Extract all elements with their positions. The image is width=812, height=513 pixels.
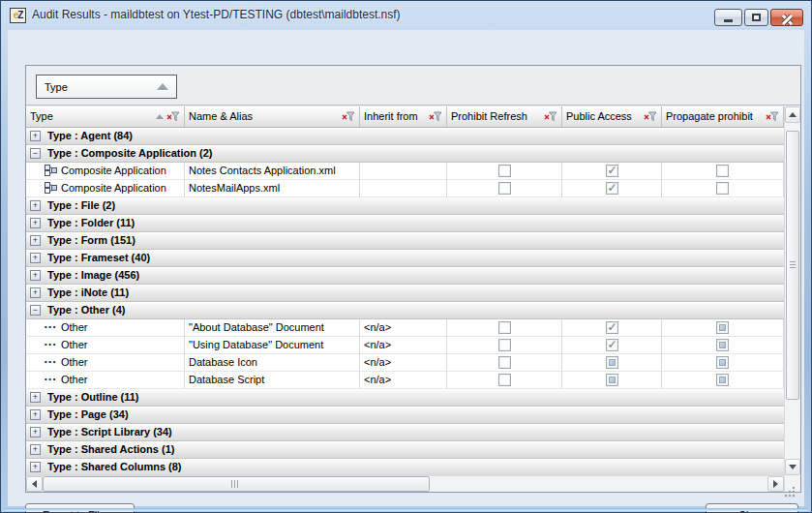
cell-type: Other <box>26 354 185 372</box>
close-button[interactable]: Close <box>706 503 798 513</box>
prohibit-refresh-checkbox[interactable] <box>498 374 511 386</box>
filter-icon[interactable] <box>429 111 442 122</box>
expand-icon[interactable]: + <box>30 218 41 228</box>
scroll-right-button[interactable] <box>767 476 784 492</box>
filter-icon[interactable] <box>166 111 180 122</box>
cell-public-access <box>562 180 662 197</box>
dialog-client-area: Type Type Name & Alias <box>8 30 804 506</box>
group-row-outline[interactable]: +Type : Outline (11) <box>26 389 784 407</box>
app-icon[interactable]: eZ <box>10 8 26 23</box>
prohibit-refresh-checkbox[interactable] <box>498 339 511 351</box>
column-header-prohibit-refresh[interactable]: Prohibit Refresh <box>447 106 562 127</box>
window-title: Audit Results - maildbtest on Ytest-PD/T… <box>32 1 401 30</box>
horizontal-scrollbar-thumb[interactable] <box>43 476 430 492</box>
collapse-icon[interactable]: − <box>30 305 41 316</box>
group-row-page[interactable]: +Type : Page (34) <box>26 407 784 424</box>
prohibit-refresh-checkbox[interactable] <box>498 356 511 369</box>
public-access-checkbox[interactable] <box>606 182 618 195</box>
composite-application-icon <box>44 165 57 177</box>
close-window-button[interactable] <box>770 9 803 26</box>
column-header-label: Public Access <box>566 110 632 122</box>
group-row-inote[interactable]: +Type : iNote (11) <box>26 285 784 302</box>
public-access-checkbox[interactable] <box>606 339 618 351</box>
filter-icon[interactable] <box>544 111 557 122</box>
group-row-agent[interactable]: +Type : Agent (84) <box>26 128 784 145</box>
expand-icon[interactable]: + <box>30 235 41 246</box>
propagate-prohibit-checkbox[interactable] <box>716 321 729 334</box>
filter-icon[interactable] <box>766 111 779 122</box>
export-button-label: xport to File ... <box>49 509 117 513</box>
scroll-up-button[interactable] <box>785 106 800 123</box>
group-label: Type : Form (151) <box>47 234 135 246</box>
expand-icon[interactable]: + <box>30 392 41 403</box>
table-row[interactable]: Composite Application NotesMailApps.xml <box>26 180 784 197</box>
table-row[interactable]: Other "About Database" Document <n/a> <box>26 319 784 337</box>
expand-icon[interactable]: + <box>30 287 41 298</box>
group-row-shared-actions[interactable]: +Type : Shared Actions (1) <box>26 441 784 459</box>
scroll-down-button[interactable] <box>785 459 800 475</box>
export-to-file-button[interactable]: Export to File ... <box>25 503 135 513</box>
prohibit-refresh-checkbox[interactable] <box>498 182 511 195</box>
collapse-icon[interactable]: − <box>30 148 41 159</box>
group-row-shared-columns[interactable]: +Type : Shared Columns (8) <box>26 459 784 475</box>
public-access-checkbox[interactable] <box>606 356 618 369</box>
group-row-image[interactable]: +Type : Image (456) <box>26 267 784 285</box>
group-row-file[interactable]: +Type : File (2) <box>26 197 784 215</box>
column-header-type[interactable]: Type <box>26 106 185 127</box>
dots-icon <box>44 321 57 334</box>
minimize-button[interactable] <box>714 9 742 26</box>
table-row[interactable]: Other Database Icon <n/a> <box>26 354 784 372</box>
vertical-scrollbar-track[interactable] <box>785 123 800 459</box>
scroll-left-button[interactable] <box>26 476 43 492</box>
propagate-prohibit-checkbox[interactable] <box>716 374 729 386</box>
titlebar[interactable]: eZ Audit Results - maildbtest on Ytest-P… <box>1 1 811 30</box>
horizontal-scrollbar-track[interactable] <box>430 476 767 492</box>
group-row-script-library[interactable]: +Type : Script Library (34) <box>26 424 784 441</box>
group-row-frameset[interactable]: +Type : Frameset (40) <box>26 250 784 267</box>
group-row-form[interactable]: +Type : Form (151) <box>26 232 784 250</box>
column-header-inherit-from[interactable]: Inherit from <box>360 106 447 127</box>
expand-icon[interactable]: + <box>30 427 41 438</box>
propagate-prohibit-checkbox[interactable] <box>716 339 729 351</box>
column-header-propagate-prohibit[interactable]: Propagate prohibit <box>662 106 784 127</box>
group-label: Type : Composite Application (2) <box>47 147 213 159</box>
window: eZ Audit Results - maildbtest on Ytest-P… <box>0 0 812 513</box>
expand-icon[interactable]: + <box>30 253 41 263</box>
prohibit-refresh-checkbox[interactable] <box>498 165 511 177</box>
table-row[interactable]: Composite Application Notes Contacts App… <box>26 163 784 180</box>
horizontal-scrollbar[interactable] <box>26 475 784 492</box>
expand-icon[interactable]: + <box>30 409 41 420</box>
public-access-checkbox[interactable] <box>606 374 618 386</box>
column-header-name-alias[interactable]: Name & Alias <box>185 106 360 127</box>
expand-icon[interactable]: + <box>30 444 41 455</box>
cell-prohibit-refresh <box>447 354 562 372</box>
expand-icon[interactable]: + <box>30 131 41 141</box>
group-row-folder[interactable]: +Type : Folder (11) <box>26 215 784 232</box>
table-row[interactable]: Other Database Script <n/a> <box>26 372 784 389</box>
group-by-area[interactable]: Type <box>26 66 800 106</box>
public-access-checkbox[interactable] <box>606 321 618 334</box>
group-row-composite-application[interactable]: −Type : Composite Application (2) <box>26 145 784 163</box>
group-row-other[interactable]: −Type : Other (4) <box>26 302 784 319</box>
vertical-scrollbar[interactable] <box>784 106 800 492</box>
maximize-icon <box>752 14 761 21</box>
expand-icon[interactable]: + <box>30 200 41 211</box>
maximize-button[interactable] <box>744 9 768 26</box>
table-row[interactable]: Other "Using Database" Document <n/a> <box>26 337 784 354</box>
column-header-label: Propagate prohibit <box>666 110 753 122</box>
group-by-chip-type[interactable]: Type <box>36 75 177 99</box>
propagate-prohibit-checkbox[interactable] <box>716 356 729 369</box>
expand-icon[interactable]: + <box>30 270 41 281</box>
propagate-prohibit-checkbox[interactable] <box>716 165 729 177</box>
filter-icon[interactable] <box>644 111 657 122</box>
dots-icon <box>44 339 57 351</box>
expand-icon[interactable]: + <box>30 462 41 472</box>
column-header-public-access[interactable]: Public Access <box>562 106 662 127</box>
public-access-checkbox[interactable] <box>606 165 618 177</box>
vertical-scrollbar-thumb[interactable] <box>786 131 799 400</box>
prohibit-refresh-checkbox[interactable] <box>498 321 511 334</box>
propagate-prohibit-checkbox[interactable] <box>716 182 729 195</box>
cell-prohibit-refresh <box>447 163 562 180</box>
filter-icon[interactable] <box>342 111 355 122</box>
resize-grip[interactable] <box>784 486 796 498</box>
